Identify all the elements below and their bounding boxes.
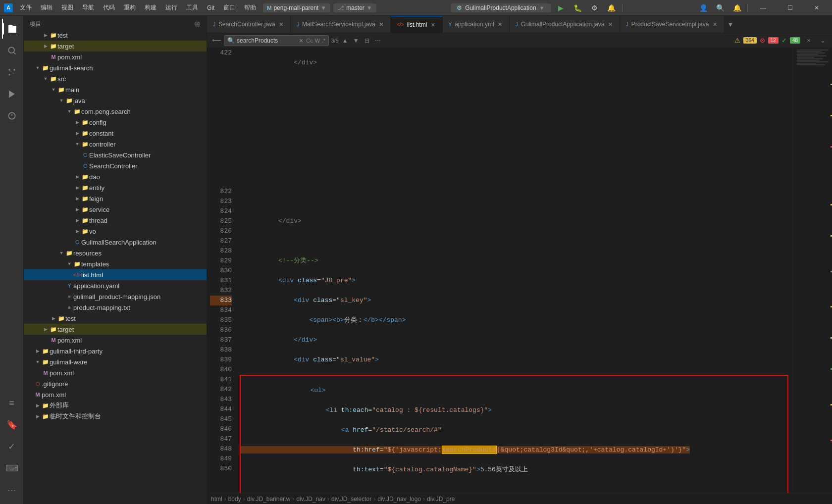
sidebar-item-src[interactable]: ▼ 📁 src bbox=[24, 73, 207, 84]
menu-edit[interactable]: 编辑 bbox=[37, 2, 56, 13]
sidebar-item-dao[interactable]: ▶ 📁 dao bbox=[24, 171, 207, 182]
app-name[interactable]: GulimallProductApplication bbox=[465, 4, 536, 11]
sidebar-item-resources[interactable]: ▼ 📁 resources bbox=[24, 248, 207, 258]
next-match-button[interactable]: ▼ bbox=[352, 36, 361, 45]
tab-search-controller[interactable]: J SearchController.java × bbox=[207, 16, 291, 33]
tab-gulimall-product-app[interactable]: J GulimallProductApplication.java × bbox=[510, 16, 620, 33]
sidebar-item-gulimall-search[interactable]: ▼ 📁 gulimall-search bbox=[24, 62, 207, 73]
sidebar-item-entity[interactable]: ▶ 📁 entity bbox=[24, 182, 207, 193]
minimize-button[interactable]: — bbox=[752, 0, 775, 16]
menu-tools[interactable]: 工具 bbox=[182, 2, 202, 13]
project-selector[interactable]: M peng-mall-parent ▼ bbox=[263, 3, 330, 12]
sidebar-item-main[interactable]: ▼ 📁 main bbox=[24, 84, 207, 95]
sidebar-item-application-yaml[interactable]: Y application.yaml bbox=[24, 280, 207, 291]
close-tab-icon[interactable]: × bbox=[278, 20, 284, 28]
prev-match-button[interactable]: ▲ bbox=[341, 36, 350, 45]
close-search-button[interactable]: × bbox=[803, 35, 814, 46]
close-tab-icon[interactable]: × bbox=[378, 20, 384, 28]
sidebar-item-test-2[interactable]: ▶ 📁 test bbox=[24, 313, 207, 324]
tab-application-yml[interactable]: Y application.yml × bbox=[443, 16, 510, 33]
notification-button[interactable]: 🔔 bbox=[605, 1, 618, 14]
expand-button[interactable]: ⌄ bbox=[817, 35, 828, 46]
alert-button[interactable]: 🔔 bbox=[730, 1, 743, 14]
sidebar-item-com-peng-search[interactable]: ▼ 📁 com.peng.search bbox=[24, 106, 207, 117]
run-button[interactable]: ▶ bbox=[555, 1, 568, 14]
more-options-button[interactable]: ⋯ bbox=[373, 36, 382, 45]
tabs-overflow-button[interactable]: ▼ bbox=[725, 16, 737, 33]
sidebar-item-external-libs[interactable]: ▶ 📁 外部库 bbox=[24, 400, 207, 411]
close-tab-icon[interactable]: × bbox=[430, 21, 436, 29]
minimap[interactable] bbox=[792, 48, 832, 493]
close-button[interactable]: ✕ bbox=[805, 0, 828, 16]
sidebar-item-pom-1[interactable]: M pom.xml bbox=[24, 51, 207, 62]
bookmark-icon[interactable]: 🔖 bbox=[2, 415, 22, 435]
menu-file[interactable]: 文件 bbox=[16, 2, 36, 13]
filter-button[interactable]: ⊟ bbox=[363, 36, 371, 45]
vcs-icon[interactable] bbox=[2, 62, 22, 82]
sidebar-item-pom-root[interactable]: M pom.xml bbox=[24, 389, 207, 400]
sidebar-item-elastic-save-controller[interactable]: C ElasticSaveController bbox=[24, 150, 207, 160]
breadcrumb-jd-selector[interactable]: div.JD_selector bbox=[331, 496, 371, 503]
sidebar-item-java[interactable]: ▼ 📁 java bbox=[24, 95, 207, 106]
word-button[interactable]: W bbox=[315, 38, 320, 44]
case-button[interactable]: .* bbox=[322, 38, 325, 44]
todo-icon[interactable]: ✓ bbox=[2, 437, 22, 456]
menu-help[interactable]: 帮助 bbox=[240, 2, 260, 13]
debug-icon[interactable] bbox=[2, 106, 22, 126]
breadcrumb-body[interactable]: body bbox=[228, 496, 241, 503]
menu-window[interactable]: 窗口 bbox=[219, 2, 239, 13]
breadcrumb-jd-nav-logo[interactable]: div.JD_nav_logo bbox=[377, 496, 421, 503]
sidebar-item-gulimall-ware[interactable]: ▼ 📁 gulimall-ware bbox=[24, 356, 207, 367]
expand-all-button[interactable]: ⟵ bbox=[211, 35, 222, 46]
code-content[interactable]: </div> </div> <!--分类--> <div class="JD_p… bbox=[236, 48, 792, 493]
breadcrumb-jd-nav[interactable]: div.JD_nav bbox=[297, 496, 325, 503]
sidebar-item-product-mapping[interactable]: ≡ product-mapping.txt bbox=[24, 302, 207, 313]
search-box[interactable]: 🔍 × Cc W .* bbox=[224, 35, 329, 46]
sidebar-item-config[interactable]: ▶ 📁 config bbox=[24, 117, 207, 128]
sidebar-item-temp-files[interactable]: ▶ 📁 临时文件和控制台 bbox=[24, 411, 207, 422]
close-tab-icon[interactable]: × bbox=[712, 20, 718, 28]
menu-git[interactable]: Git bbox=[203, 3, 218, 12]
sidebar-item-service[interactable]: ▶ 📁 service bbox=[24, 204, 207, 215]
sidebar-item-feign[interactable]: ▶ 📁 feign bbox=[24, 193, 207, 204]
menu-view[interactable]: 视图 bbox=[57, 2, 77, 13]
close-tab-icon[interactable]: × bbox=[607, 20, 613, 28]
settings-button[interactable]: ⚙ bbox=[588, 1, 601, 14]
sidebar-item-gulimall-search-app[interactable]: C GulimallSearchApplication bbox=[24, 237, 207, 248]
clear-search-icon[interactable]: × bbox=[298, 37, 304, 45]
sidebar-item-templates[interactable]: ▼ 📁 templates bbox=[24, 258, 207, 269]
more-icon[interactable]: ⋯ bbox=[2, 480, 22, 500]
menu-run[interactable]: 运行 bbox=[161, 2, 181, 13]
sidebar-item-gitignore[interactable]: ⬡ .gitignore bbox=[24, 378, 207, 389]
menu-build[interactable]: 构建 bbox=[141, 2, 160, 13]
sidebar-item-gulimall-mapping[interactable]: ≡ gulimall_product-mapping.json bbox=[24, 291, 207, 302]
menu-code[interactable]: 代码 bbox=[99, 2, 119, 13]
sidebar-item-pom-ware[interactable]: M pom.xml bbox=[24, 367, 207, 378]
collapse-all-icon[interactable]: ⊞ bbox=[194, 20, 201, 28]
tab-product-save-service[interactable]: J ProductSaveServiceImpl.java × bbox=[620, 16, 725, 33]
sidebar-item-pom-2[interactable]: M pom.xml bbox=[24, 335, 207, 346]
explorer-icon[interactable] bbox=[2, 19, 22, 39]
breadcrumb-jd-pre[interactable]: div.JD_pre bbox=[427, 496, 455, 503]
sidebar-item-list-html[interactable]: </> list.html bbox=[24, 269, 207, 280]
search-icon[interactable] bbox=[2, 41, 22, 60]
menu-nav[interactable]: 导航 bbox=[78, 2, 98, 13]
search-button[interactable]: 🔍 bbox=[714, 1, 727, 14]
sidebar-item-test-1[interactable]: ▶ 📁 test bbox=[24, 30, 207, 41]
sidebar-item-controller[interactable]: ▼ 📁 controller bbox=[24, 139, 207, 150]
sidebar-item-vo[interactable]: ▶ 📁 vo bbox=[24, 226, 207, 237]
regex-button[interactable]: Cc bbox=[306, 38, 312, 44]
breadcrumb-jd-banner[interactable]: div.JD_banner.w bbox=[247, 496, 291, 503]
terminal-icon[interactable]: ⌨ bbox=[2, 458, 22, 478]
breadcrumb-html[interactable]: html bbox=[211, 496, 222, 503]
sidebar-item-gulimall-third-party[interactable]: ▶ 📁 gulimall-third-party bbox=[24, 346, 207, 356]
sidebar-item-target-1[interactable]: ▶ 📁 target bbox=[24, 41, 207, 51]
structure-icon[interactable]: ≡ bbox=[2, 393, 22, 413]
sidebar-item-search-controller[interactable]: C SearchController bbox=[24, 160, 207, 171]
debug-button[interactable]: 🐛 bbox=[572, 1, 584, 14]
search-input[interactable] bbox=[237, 37, 296, 44]
tab-list-html[interactable]: </> list.html × bbox=[391, 16, 442, 33]
sidebar-item-target-2[interactable]: ▶ 📁 target bbox=[24, 324, 207, 335]
maximize-button[interactable]: ☐ bbox=[779, 0, 801, 16]
sidebar-item-thread[interactable]: ▶ 📁 thread bbox=[24, 215, 207, 226]
